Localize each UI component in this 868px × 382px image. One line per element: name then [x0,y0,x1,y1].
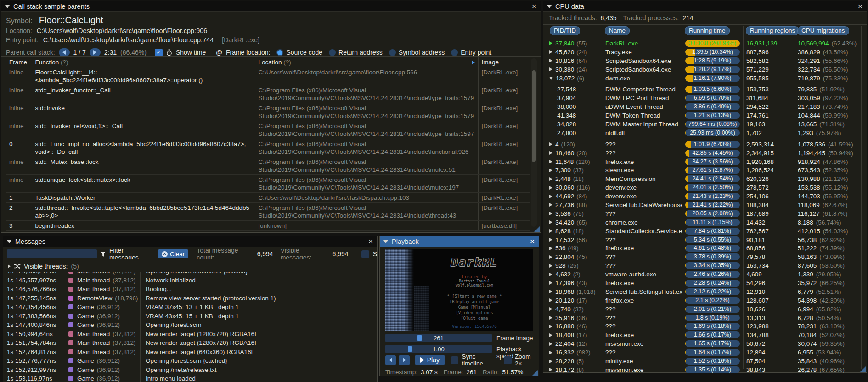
cpu-row[interactable]: 35,916(36)???1.8 s (0.19%)13,3136,728(50… [543,314,861,322]
messages-option-checkbox[interactable] [361,250,369,258]
cpu-row[interactable]: 37,904DWM LPC Port Thread6.69 s (0.70%)3… [543,94,861,102]
cpu-row[interactable]: 3,536(75)???20.05 s (2.08%)187,689116,12… [543,209,861,218]
zoom-option[interactable]: Zoom 2× [504,353,539,367]
scrollbar-thumb[interactable] [532,70,536,162]
cpu-row[interactable]: 17,532(56)???5.34 s (0.55%)90,18156,738(… [543,236,861,244]
cpu-row[interactable]: 30,060(116)devenv.exe24.01 s (2.50%)278,… [543,183,861,192]
column-header-pid-tid[interactable]: PID/TID [550,26,580,35]
cpu-row[interactable]: 30,380(24)ScriptedSandbox64.exe1:28.2 (9… [543,65,861,74]
message-row[interactable]: 1s 150,994,64nsMain thread(37,812)New re… [4,330,376,339]
expand-arrow-icon[interactable] [549,220,552,224]
playback-titlebar[interactable]: Playback ✕ [380,236,539,247]
column-header-name[interactable]: Name [605,26,630,35]
radio-circle-icon[interactable] [451,49,458,56]
cpu-row[interactable]: 17,396(43)firefox.exe2.28 s (0.24%)54,29… [543,279,861,287]
message-row[interactable]: 1s 147,354,456nsGame(36,912)VRAM 37x45: … [4,303,376,312]
radio-circle-icon[interactable] [389,49,396,56]
cpu-row[interactable]: 34,028DWM Master Input Thread799.64 ms (… [543,120,861,129]
collapse-icon[interactable] [5,5,10,8]
resize-grip[interactable] [860,366,866,372]
radio-symbol-address[interactable]: Symbol address [389,49,445,56]
callstack-row[interactable]: inlinestd::_Invoker_ret<void,1>::_CallC:… [6,121,530,139]
message-row[interactable]: 1s 145,557,997nsMain thread(37,812)Netwo… [4,276,376,285]
cpu-row[interactable]: 2,448(18)MemCompression24.41 s (2.54%)62… [543,174,861,183]
cpu-row[interactable]: 27,548DWM Compositor Thread1:03.5 (6.60%… [543,85,861,94]
show-time-checkbox[interactable]: ✓ [155,49,163,56]
cpu-row[interactable]: 13,072(6)dwm.exe1:16.1 (7.90%)955,585719… [543,74,861,83]
resize-grip[interactable] [532,370,538,376]
clear-button[interactable]: ✕ Clear [158,249,188,258]
filter-input[interactable] [7,249,97,258]
message-row[interactable]: 1s 147,255,145nsRemoteView(18,796)Remote… [4,294,376,303]
cpu-row[interactable]: 16,880(46)???1.69 s (0.18%)123,98878,231… [543,322,861,331]
callstack-row[interactable]: inlineFloor::CalcLight::__l4::<lambda_5b… [6,67,530,85]
location-column-header[interactable]: Location (?) [255,57,478,67]
zoom-checkbox[interactable] [504,356,512,364]
radio-circle-icon[interactable] [329,49,336,56]
radio-source-code[interactable]: Source code [276,49,322,56]
expand-arrow-icon[interactable] [549,247,552,250]
image-column-header[interactable]: Image [478,57,530,67]
expand-arrow-icon[interactable] [549,342,552,346]
cpu-row[interactable]: 10,816(64)ScriptedSandbox64.exe1:28.5 (9… [543,56,861,65]
callstack-row[interactable]: inlinestd::invokeC:\Program Files (x86)\… [6,103,530,121]
cpu-row[interactable]: 45,620(24)Tracy.exe1:39.5 (10.34%)887,59… [543,48,861,56]
expand-arrow-icon[interactable] [549,212,552,215]
message-row[interactable]: 1s 120,333,272nsMain thread(37,812)Openi… [4,272,376,276]
expand-arrow-icon[interactable] [549,177,552,181]
expand-arrow-icon[interactable] [549,255,552,259]
callstack-row[interactable]: 1TaskDispatch::WorkerC:\Users\wolf\Deskt… [6,193,530,203]
expand-arrow-icon[interactable] [549,169,552,172]
cpu-row[interactable]: 27,736(88)ServiceHub.DataWarehouse21.41 … [543,201,861,209]
cpu-row[interactable]: 18,172(8)msvsmon.exe1.35 s (0.14%)38,843… [543,365,861,374]
cpu-row[interactable]: 44,692(84)devenv.exe21.43 s (2.23%)254,1… [543,192,861,201]
function-column-header[interactable]: Function (?) [32,57,255,67]
expand-arrow-icon[interactable] [8,264,11,268]
expand-arrow-icon[interactable] [549,238,552,242]
expand-arrow-icon[interactable] [549,229,552,233]
radio-entry-point[interactable]: Entry point [451,49,491,56]
message-row[interactable]: 1s 151,754,784nsMain thread(37,812)New r… [4,338,376,348]
expand-arrow-icon[interactable] [549,316,552,320]
cpu-row[interactable]: 18,408(17)firefox.exe1.66 s (0.17%)134,7… [543,331,861,339]
callstack-row[interactable]: 3beginthreadex[unknown][ucrtbase.dll] [6,221,530,231]
cpu-row[interactable]: 4(120)???1:01.9 (6.43%)2,593,3141,078,53… [543,140,861,149]
visible-threads-row[interactable]: Visible threads: (5) [8,263,79,270]
cpu-row[interactable]: 7,300(37)steam.exe27.61 s (2.87%)1,286,5… [543,166,861,174]
cpu-row[interactable]: 20,120(17)firefox.exe2.1 s (0.22%)128,60… [543,296,861,305]
expand-arrow-icon[interactable] [549,368,552,371]
callstack-row[interactable]: 0std::_Func_impl_no_alloc<<lambda_5bc224… [6,139,530,157]
expand-arrow-icon[interactable] [549,333,552,337]
cpu-row[interactable]: 34,420(65)chrome.exe11.11 s (1.15%)14,43… [543,218,861,227]
cpu-row[interactable]: 928(25)???3.34 s (0.35%)163,73487,605(53… [543,261,861,270]
prev-frame-button[interactable] [385,355,396,365]
callstack-row[interactable]: inlinestd::_Invoker_functor::_CallC:\Pro… [6,85,530,103]
column-header-running-time[interactable]: Running time [685,26,730,35]
callstack-row[interactable]: inlinestd::unique_lock<std::mutex>::lock… [6,175,530,193]
cpu-row[interactable]: 22,404(12)msvsmon.exe1.65 s (0.17%)50,67… [543,339,861,348]
expand-arrow-icon[interactable] [549,203,552,207]
cpu-row[interactable]: 11,648(120)firefox.exe34.27 s (3.56%)1,9… [543,157,861,166]
close-icon[interactable]: ✕ [368,238,373,245]
help-icon[interactable]: (?) [283,59,291,66]
expand-arrow-icon[interactable] [549,351,552,354]
messages-titlebar[interactable]: Messages ✕ [3,236,377,247]
sync-timeline-option[interactable]: Sync timeline [451,353,497,367]
collapse-icon[interactable] [547,5,552,8]
cpu-row[interactable]: 4,632(2)vmware-authd.exe2.46 s (0.26%)4,… [543,270,861,279]
expand-arrow-icon[interactable] [549,195,552,198]
expand-arrow-icon[interactable] [549,67,552,71]
column-divider[interactable] [140,272,141,382]
cpu-data-titlebar[interactable]: CPU data ✕ [543,1,867,12]
cpu-row[interactable]: 41,348DWM Token Thread1.21 s (0.13%)174,… [543,111,861,120]
next-frame-button[interactable] [399,355,409,365]
cpu-row[interactable]: 18,460(20)???42.85 s (4.45%)2,344,9151,1… [543,149,861,157]
collapse-arrow-icon[interactable] [549,77,553,80]
expand-arrow-icon[interactable] [549,281,552,285]
cpu-row[interactable]: 536(49)firefox.exe4.61 s (0.48%)68,85651… [543,244,861,253]
callstack-row[interactable]: 2std::thread::_Invoke<std::tuple<<lambda… [6,203,530,221]
cpu-row[interactable]: 37,840(55)DarkRL.exe33:30.8 (208.96%)16,… [543,39,861,48]
expand-arrow-icon[interactable] [549,290,552,293]
cpu-row[interactable]: 4,740(37)???2.01 s (0.21%)10,6266,994(65… [543,305,861,314]
frame-column-header[interactable]: Frame [6,57,32,67]
